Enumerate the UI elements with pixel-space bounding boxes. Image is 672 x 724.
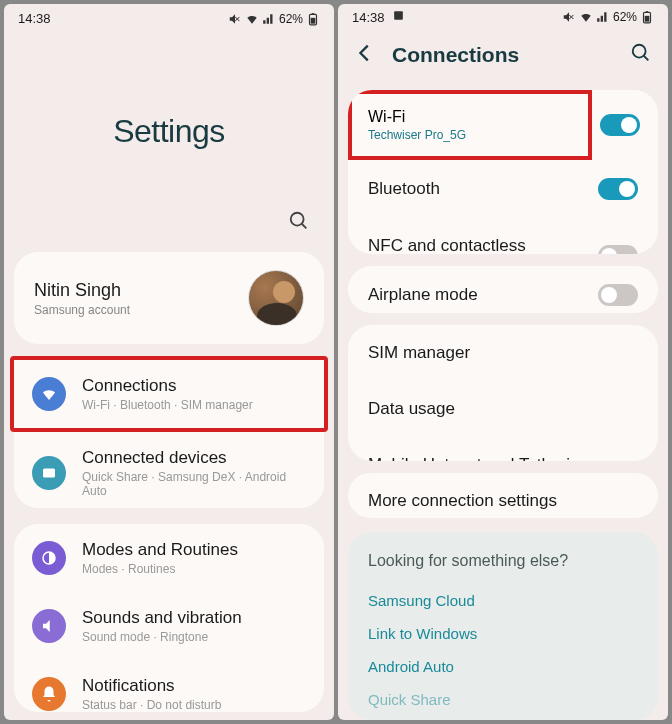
svg-rect-7: [394, 11, 403, 20]
item-more-settings[interactable]: More connection settings: [348, 473, 658, 518]
battery-icon: [306, 12, 320, 26]
link-samsung-cloud[interactable]: Samsung Cloud: [368, 584, 638, 617]
item-wifi[interactable]: Wi-Fi Techwiser Pro_5G: [348, 90, 658, 160]
back-button[interactable]: [354, 42, 376, 68]
battery-text: 62%: [613, 10, 637, 24]
bell-icon: [32, 677, 66, 711]
status-icons: 62%: [562, 10, 654, 24]
settings-item-notifications[interactable]: Notifications Status bar · Do not distur…: [14, 660, 324, 712]
bt-title: Bluetooth: [368, 179, 440, 199]
battery-icon: [640, 10, 654, 24]
devices-icon: [32, 456, 66, 490]
mute-icon: [562, 10, 576, 24]
search-row: [4, 210, 334, 244]
status-bar: 14:38 62%: [338, 4, 668, 30]
link-android-auto[interactable]: Android Auto: [368, 650, 638, 683]
settings-item-connections[interactable]: Connections Wi-Fi · Bluetooth · SIM mana…: [14, 360, 324, 428]
signal-icon: [596, 10, 610, 24]
item-title: Notifications: [82, 676, 306, 696]
nfc-toggle[interactable]: [598, 245, 638, 255]
link-link-to-windows[interactable]: Link to Windows: [368, 617, 638, 650]
svg-rect-2: [312, 13, 314, 14]
search-icon[interactable]: [288, 210, 310, 236]
card-sim-data-hotspot: SIM manager Data usage Mobile Hotspot an…: [348, 325, 658, 461]
airplane-toggle[interactable]: [598, 284, 638, 306]
header: Connections: [338, 30, 668, 84]
clock: 14:38: [352, 10, 385, 25]
item-sub: Sound mode · Ringtone: [82, 630, 306, 644]
item-airplane[interactable]: Airplane mode: [348, 266, 658, 313]
wifi-icon: [32, 377, 66, 411]
status-left: 14:38: [352, 9, 405, 25]
item-bluetooth[interactable]: Bluetooth: [348, 160, 658, 218]
svg-rect-1: [311, 18, 316, 24]
item-data-usage[interactable]: Data usage: [348, 381, 658, 437]
looking-title: Looking for something else?: [368, 552, 638, 570]
nfc-title: NFC and contactless payments: [368, 236, 598, 255]
signal-icon: [262, 12, 276, 26]
airplane-title: Airplane mode: [368, 285, 478, 305]
item-title: Sounds and vibration: [82, 608, 306, 628]
page-title: Settings: [4, 113, 334, 150]
item-sub: Modes · Routines: [82, 562, 306, 576]
settings-screen: 14:38 62% Settings Nitin Singh Samsung a…: [4, 4, 334, 720]
mute-icon: [228, 12, 242, 26]
wifi-icon: [579, 10, 593, 24]
settings-title-area: Settings: [4, 33, 334, 210]
settings-item-sounds[interactable]: Sounds and vibration Sound mode · Ringto…: [14, 592, 324, 660]
settings-item-modes[interactable]: Modes and Routines Modes · Routines: [14, 524, 324, 592]
svg-line-4: [302, 224, 307, 229]
item-sub: Wi-Fi · Bluetooth · SIM manager: [82, 398, 306, 412]
card-more: More connection settings: [348, 473, 658, 518]
svg-rect-9: [645, 16, 650, 22]
settings-item-connected-devices[interactable]: Connected devices Quick Share · Samsung …: [14, 432, 324, 508]
item-sub: Status bar · Do not disturb: [82, 698, 306, 712]
svg-rect-10: [646, 11, 648, 12]
modes-icon: [32, 541, 66, 575]
item-sim-manager[interactable]: SIM manager: [348, 325, 658, 381]
battery-text: 62%: [279, 12, 303, 26]
account-sub: Samsung account: [34, 303, 130, 317]
search-icon[interactable]: [630, 42, 652, 68]
status-bar: 14:38 62%: [4, 4, 334, 33]
account-card[interactable]: Nitin Singh Samsung account: [14, 252, 324, 344]
clock: 14:38: [18, 11, 51, 26]
wifi-sub: Techwiser Pro_5G: [368, 128, 572, 142]
wifi-title: Wi-Fi: [368, 108, 572, 126]
svg-point-3: [291, 213, 304, 226]
connections-screen: 14:38 62% Connections Wi-Fi Techwiser Pr…: [338, 4, 668, 720]
item-title: Connections: [82, 376, 306, 396]
svg-point-11: [633, 45, 646, 58]
item-title: Connected devices: [82, 448, 306, 468]
wifi-toggle[interactable]: [600, 114, 640, 136]
item-title: Modes and Routines: [82, 540, 306, 560]
svg-rect-5: [43, 469, 55, 478]
account-name: Nitin Singh: [34, 280, 130, 301]
item-nfc[interactable]: NFC and contactless payments: [348, 218, 658, 255]
avatar[interactable]: [248, 270, 304, 326]
card-wifi-bt-nfc: Wi-Fi Techwiser Pro_5G Bluetooth NFC and…: [348, 90, 658, 255]
looking-for-card: Looking for something else? Samsung Clou…: [348, 532, 658, 720]
bluetooth-toggle[interactable]: [598, 178, 638, 200]
wifi-icon: [245, 12, 259, 26]
item-sub: Quick Share · Samsung DeX · Android Auto: [82, 470, 306, 498]
header-title: Connections: [392, 43, 614, 67]
sound-icon: [32, 609, 66, 643]
screenshot-icon: [392, 9, 405, 22]
item-hotspot[interactable]: Mobile Hotspot and Tethering: [348, 437, 658, 461]
card-airplane: Airplane mode: [348, 266, 658, 313]
status-icons: 62%: [228, 12, 320, 26]
highlight-connections: Connections Wi-Fi · Bluetooth · SIM mana…: [10, 356, 328, 432]
svg-line-12: [644, 56, 649, 61]
link-quick-share[interactable]: Quick Share: [368, 683, 638, 716]
